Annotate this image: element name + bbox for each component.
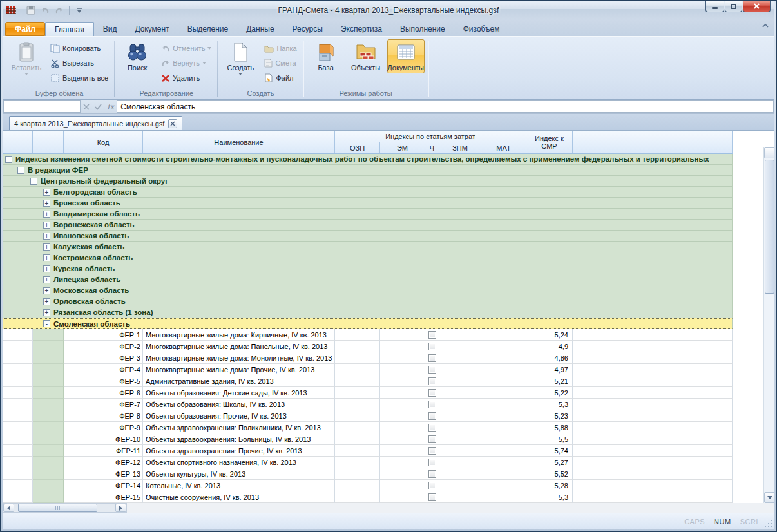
em-cell[interactable] (380, 329, 425, 341)
code-cell[interactable]: ФЕР-4 (64, 364, 143, 375)
code-cell[interactable]: ФЕР-11 (64, 445, 143, 457)
zpm-cell[interactable] (439, 457, 481, 468)
ch-checkbox[interactable] (428, 493, 436, 501)
em-cell[interactable] (380, 341, 425, 352)
document-tab[interactable]: 4 квартал 2013_Ежеквартальные индексы.gs… (9, 116, 182, 130)
qat-customize-icon[interactable] (73, 5, 85, 15)
table-row[interactable]: ФЕР-10 Объекты здравоохранения: Больницы… (3, 433, 733, 445)
mat-cell[interactable] (481, 445, 526, 457)
ch-checkbox[interactable] (428, 435, 436, 443)
smr-index-cell[interactable]: 5,3 (526, 399, 573, 410)
code-cell[interactable]: ФЕР-14 (64, 480, 143, 491)
em-cell[interactable] (380, 375, 425, 387)
header-em[interactable]: ЭМ (380, 142, 425, 153)
table-row[interactable]: ФЕР-5 Административные здания, IV кв. 20… (3, 375, 733, 387)
zpm-cell[interactable] (439, 480, 481, 491)
ribbon-tab[interactable]: Выполнение (391, 22, 454, 36)
table-row[interactable]: ФЕР-2 Многоквартирные жилые дома: Панель… (3, 341, 733, 352)
ozp-cell[interactable] (335, 375, 380, 387)
ozp-cell[interactable] (335, 329, 380, 341)
zpm-cell[interactable] (439, 433, 481, 445)
ch-checkbox[interactable] (428, 470, 436, 478)
smr-index-cell[interactable]: 5,24 (526, 329, 573, 341)
ch-checkbox[interactable] (428, 401, 436, 408)
tree-row[interactable]: Воронежская область (3, 220, 733, 231)
zpm-cell[interactable] (439, 329, 481, 341)
header-ch[interactable]: Ч (425, 142, 439, 153)
table-row[interactable]: ФЕР-6 Объекты образования: Детские сады,… (3, 387, 733, 399)
mat-cell[interactable] (481, 457, 526, 468)
ribbon-tab[interactable]: Физобъем (454, 22, 509, 36)
name-cell[interactable]: Многоквартирные жилые дома: Кирпичные, I… (143, 329, 335, 341)
vertical-scrollbar[interactable] (763, 147, 774, 503)
tree-toggle-icon[interactable] (43, 276, 50, 283)
app-icon[interactable] (5, 5, 17, 15)
zpm-cell[interactable] (439, 352, 481, 364)
name-cell[interactable]: Объекты спортивного назначения, IV кв. 2… (143, 457, 335, 468)
tree-toggle-icon[interactable] (43, 200, 50, 207)
header-ozp[interactable]: ОЗП (335, 142, 380, 153)
tree-toggle-icon[interactable] (43, 309, 50, 316)
em-cell[interactable] (380, 410, 425, 422)
ozp-cell[interactable] (335, 445, 380, 457)
tree-toggle-icon[interactable] (43, 254, 50, 261)
vertical-scroll-track[interactable] (764, 158, 774, 492)
code-cell[interactable]: ФЕР-2 (64, 341, 143, 352)
ozp-cell[interactable] (335, 364, 380, 375)
ozp-cell[interactable] (335, 468, 380, 480)
horizontal-scrollbar[interactable] (3, 503, 127, 513)
ch-checkbox[interactable] (428, 331, 436, 339)
tree-toggle-icon[interactable] (43, 233, 50, 240)
em-cell[interactable] (380, 387, 425, 399)
smr-index-cell[interactable]: 5,21 (526, 375, 573, 387)
mat-cell[interactable] (481, 468, 526, 480)
collapse-ribbon-icon[interactable] (762, 23, 769, 28)
em-cell[interactable] (380, 399, 425, 410)
table-row[interactable]: ФЕР-3 Многоквартирные жилые дома: Моноли… (3, 352, 733, 364)
zpm-cell[interactable] (439, 341, 481, 352)
horizontal-scroll-thumb[interactable] (18, 504, 97, 512)
function-icon[interactable]: fx (107, 102, 114, 111)
header-mat[interactable]: МАТ (481, 142, 526, 153)
scroll-up-icon[interactable] (764, 147, 774, 158)
tree-row[interactable]: Костромская область (3, 252, 733, 263)
code-cell[interactable]: ФЕР-7 (64, 399, 143, 410)
table-row[interactable]: ФЕР-1 Многоквартирные жилые дома: Кирпич… (3, 329, 733, 341)
header-code[interactable]: Код (64, 131, 143, 153)
tree-row[interactable]: Белгородская область (3, 187, 733, 198)
mat-cell[interactable] (481, 387, 526, 399)
ribbon-tab[interactable]: Главная (45, 22, 94, 36)
ch-checkbox[interactable] (428, 412, 436, 420)
ch-checkbox[interactable] (428, 366, 436, 374)
ch-checkbox[interactable] (428, 354, 436, 362)
table-row[interactable]: ФЕР-7 Объекты образования: Школы, IV кв.… (3, 399, 733, 410)
close-button[interactable] (743, 1, 771, 12)
tree-toggle-icon[interactable] (43, 298, 50, 305)
zpm-cell[interactable] (439, 364, 481, 375)
tree-toggle-icon[interactable] (43, 320, 50, 327)
mat-cell[interactable] (481, 329, 526, 341)
delete-button[interactable]: Удалить (158, 71, 214, 84)
name-box[interactable] (3, 100, 81, 113)
table-row[interactable]: ФЕР-15 Очистные сооружения, IV кв. 2013 … (3, 491, 733, 503)
mat-cell[interactable] (481, 341, 526, 352)
tree-toggle-icon[interactable] (43, 243, 50, 251)
formula-enter-icon[interactable] (95, 104, 102, 110)
smr-index-cell[interactable]: 5,52 (526, 468, 573, 480)
smr-index-cell[interactable]: 5,3 (526, 491, 573, 503)
code-cell[interactable]: ФЕР-13 (64, 468, 143, 480)
smr-index-cell[interactable]: 4,86 (526, 352, 573, 364)
smr-index-cell[interactable]: 5,74 (526, 445, 573, 457)
mat-cell[interactable] (481, 352, 526, 364)
code-cell[interactable]: ФЕР-8 (64, 410, 143, 422)
objects-mode-button[interactable]: Объекты (347, 39, 385, 73)
tree-row[interactable]: Ивановская область (3, 231, 733, 242)
create-button[interactable]: Создать (222, 39, 259, 77)
tree-toggle-icon[interactable] (5, 156, 12, 163)
tree-toggle-icon[interactable] (43, 287, 50, 294)
table-row[interactable]: ФЕР-12 Объекты спортивного назначения, I… (3, 457, 733, 468)
smr-index-cell[interactable]: 5,23 (526, 410, 573, 422)
code-cell[interactable]: ФЕР-6 (64, 387, 143, 399)
ribbon-tab[interactable]: Вид (94, 22, 126, 36)
ch-checkbox[interactable] (428, 389, 436, 397)
